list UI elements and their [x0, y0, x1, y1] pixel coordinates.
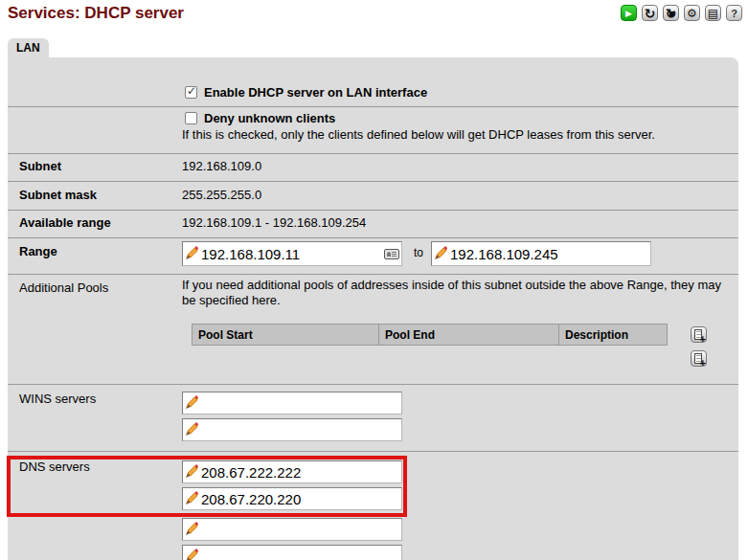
stop-service-icon[interactable]: ↻: [663, 5, 679, 21]
dns-field-4: [182, 545, 402, 560]
row-separator: [8, 181, 738, 182]
subnet-label: Subnet: [19, 159, 61, 173]
row-separator: [8, 106, 738, 107]
dns-field-1: [182, 460, 402, 483]
pencil-icon: [185, 549, 200, 560]
wins-field-1: [182, 392, 402, 414]
range-to-field: [431, 241, 651, 266]
dns-input-1[interactable]: [201, 464, 399, 481]
restart-arrow-icon: ↻: [645, 7, 656, 20]
pool-description-header: Description: [559, 325, 667, 345]
pencil-icon: [185, 422, 200, 437]
dns-input-2[interactable]: [201, 491, 399, 507]
log-icon[interactable]: ▤: [705, 5, 721, 21]
dns-input-4[interactable]: [201, 549, 399, 560]
range-from-input[interactable]: [201, 246, 382, 262]
wins-field-2: [182, 418, 402, 441]
pool-end-header: Pool End: [379, 325, 559, 345]
deny-unknown-label: Deny unknown clients: [204, 111, 335, 125]
tab-lan[interactable]: LAN: [8, 38, 49, 57]
add-pool-button[interactable]: +: [691, 326, 707, 343]
dns-field-3: [182, 518, 402, 541]
range-to-text: to: [414, 246, 423, 259]
row-separator: [8, 451, 738, 452]
pools-table-header: Pool Start Pool End Description: [192, 324, 668, 346]
row-separator: [8, 384, 738, 385]
additional-pools-description: If you need additional pools of addresse…: [182, 278, 737, 308]
pencil-icon: [185, 395, 200, 411]
pencil-icon: [434, 246, 449, 261]
range-to-input[interactable]: [450, 246, 648, 262]
pencil-icon: [185, 522, 200, 537]
add-pool-button-2[interactable]: +: [691, 350, 707, 367]
tab-lan-label: LAN: [16, 41, 40, 55]
dns-servers-label: DNS servers: [19, 459, 90, 474]
wins-input-2[interactable]: [201, 422, 399, 438]
pencil-icon: [185, 491, 200, 506]
wins-servers-label: WINS servers: [19, 392, 96, 406]
available-range-value: 192.168.109.1 - 192.168.109.254: [182, 215, 366, 230]
page-title: Services: DHCP server: [8, 4, 184, 23]
start-service-icon[interactable]: ▶: [621, 5, 637, 21]
pencil-icon: [185, 246, 200, 261]
service-toolbar: ▶ ↻ ↻ ⚙ ▤ ?: [621, 5, 742, 21]
row-separator: [8, 274, 738, 275]
subnet-mask-label: Subnet mask: [19, 188, 97, 202]
row-separator: [8, 210, 738, 211]
subnet-mask-value: 255.255.255.0: [182, 188, 261, 202]
restart-service-icon[interactable]: ↻: [642, 5, 658, 21]
wins-input-1[interactable]: [201, 395, 399, 412]
range-label: Range: [19, 244, 57, 258]
deny-unknown-caption: If this is checked, only the clients def…: [182, 127, 655, 143]
deny-unknown-checkbox[interactable]: [185, 112, 197, 124]
dhcp-server-page: Services: DHCP server ▶ ↻ ↻ ⚙ ▤ ? LAN En…: [0, 0, 748, 560]
available-range-label: Available range: [19, 215, 111, 230]
row-separator: [8, 153, 738, 154]
enable-dhcp-label: Enable DHCP server on LAN interface: [204, 85, 427, 100]
dhcp-form: Enable DHCP server on LAN interface Deny…: [8, 57, 738, 560]
pencil-icon: [185, 464, 200, 480]
help-icon[interactable]: ?: [726, 5, 742, 21]
range-from-field: [182, 241, 402, 266]
additional-pools-label: Additional Pools: [19, 280, 108, 295]
pool-start-header: Pool Start: [193, 325, 379, 345]
row-separator: [8, 237, 738, 238]
dns-field-2: [182, 487, 402, 510]
stop-square-icon: [669, 11, 674, 16]
gear-icon[interactable]: ⚙: [684, 5, 700, 21]
address-book-icon[interactable]: [384, 249, 399, 259]
enable-dhcp-checkbox[interactable]: [185, 86, 197, 99]
dns-input-3[interactable]: [201, 522, 399, 538]
subnet-value: 192.168.109.0: [182, 159, 261, 173]
